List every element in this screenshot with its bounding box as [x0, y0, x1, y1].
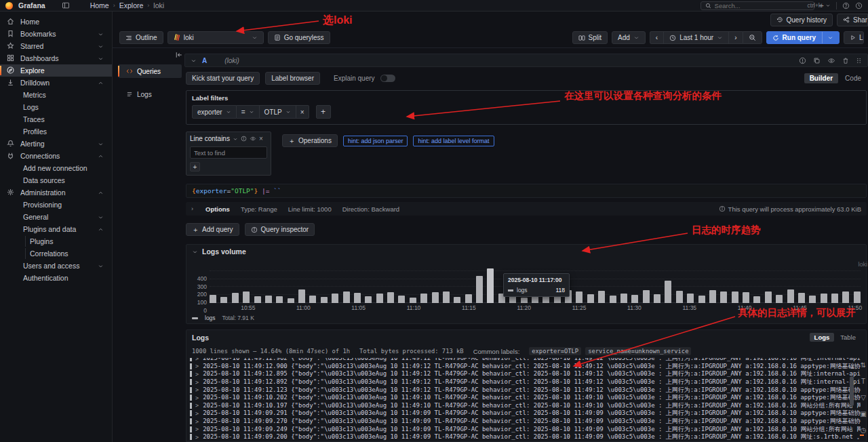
operations-button[interactable]: ＋ Operations — [282, 134, 338, 147]
scroll-to-top-icon[interactable]: ▲ — [850, 364, 855, 370]
operation-info-icon[interactable] — [241, 136, 247, 142]
time-back-button[interactable]: ‹ — [650, 31, 663, 44]
sidebar-item-home[interactable]: Home — [0, 16, 112, 28]
sidebar-item-authentication[interactable]: Authentication — [0, 272, 112, 284]
expand-log-icon[interactable]: > — [195, 371, 199, 378]
sidebar-item-general[interactable]: General — [0, 211, 112, 223]
sidebar-item-data-sources[interactable]: Data sources — [0, 174, 112, 186]
query-hint-button[interactable]: hint: add json parser — [343, 136, 408, 146]
filter-value-select[interactable]: OTLP — [260, 105, 296, 119]
query-inspector-button[interactable]: Query inspector — [245, 223, 315, 236]
view-logs[interactable]: Logs — [810, 333, 835, 342]
remove-query-icon[interactable] — [842, 57, 849, 64]
sidebar-item-users-and-access[interactable]: Users and access — [0, 260, 112, 272]
sidebar-item-metrics[interactable]: Metrics — [0, 89, 112, 101]
options-expand-icon[interactable]: › — [191, 205, 193, 212]
log-row[interactable]: >2025-08-10 11:49:09.200 {"body":"\u003c… — [189, 433, 861, 441]
sidebar-item-provisioning[interactable]: Provisioning — [0, 199, 112, 211]
outline-button[interactable]: Outline — [119, 31, 163, 44]
sidebar-item-drilldown[interactable]: Drilldown — [0, 77, 112, 89]
expand-log-icon[interactable]: > — [195, 434, 199, 441]
remove-operation-icon[interactable]: × — [259, 135, 263, 142]
text-to-find-input[interactable] — [190, 146, 267, 159]
outline-item-queries[interactable]: Queries — [118, 64, 182, 78]
sidebar-item-administration[interactable]: Administration — [0, 186, 112, 199]
expand-log-icon[interactable]: > — [195, 426, 199, 433]
expand-log-icon[interactable]: > — [195, 358, 199, 362]
query-history-button[interactable]: Query history — [770, 14, 833, 26]
log-row[interactable]: >2025-08-10 11:49:12.900 {"body":"\u003c… — [189, 363, 861, 371]
time-forward-button[interactable]: › — [728, 31, 742, 44]
log-row[interactable]: >2025-08-10 11:49:09.249 {"body":"\u003c… — [189, 425, 861, 433]
mode-builder[interactable]: Builder — [804, 73, 838, 83]
share-button[interactable]: Share — [837, 14, 868, 26]
datasource-picker[interactable]: loki — [167, 31, 264, 44]
sidebar-item-add-new-connection[interactable]: Add new connection — [0, 162, 112, 174]
sidebar-item-plugins[interactable]: Plugins — [0, 235, 112, 247]
outline-item-logs[interactable]: Logs — [118, 87, 182, 101]
expand-log-icon[interactable]: > — [195, 395, 199, 401]
log-row[interactable]: >2025-08-10 11:49:10.202 {"body":"\u003c… — [189, 394, 861, 402]
drag-handle-icon[interactable] — [856, 57, 862, 64]
breadcrumb-explore[interactable]: Explore — [119, 1, 144, 9]
sidebar-item-plugins-and-data[interactable]: Plugins and data — [0, 223, 112, 235]
news-icon[interactable] — [855, 2, 863, 9]
label-browser-button[interactable]: Label browser — [265, 72, 320, 85]
log-row[interactable]: >2025-08-10 11:49:09.291 {"body":"\u003c… — [189, 409, 861, 418]
collapse-outline-icon[interactable] — [175, 51, 183, 59]
sidebar-item-dashboards[interactable]: Dashboards — [0, 52, 112, 64]
snapshot-icon[interactable]: ▣ — [860, 410, 866, 418]
global-search[interactable]: ctrl+k — [701, 1, 814, 10]
expand-log-icon[interactable]: > — [195, 410, 199, 417]
expand-log-icon[interactable]: > — [195, 402, 199, 409]
query-row-header[interactable]: A (loki) — [184, 54, 868, 67]
run-query-button[interactable]: Run query — [766, 31, 840, 44]
add-button[interactable]: Add — [612, 31, 646, 44]
filter-operator-select[interactable]: = — [237, 105, 260, 119]
go-queryless-button[interactable]: Go queryless — [268, 31, 330, 44]
query-hint-button[interactable]: hint: add label level format — [413, 136, 494, 146]
expand-log-icon[interactable]: > — [195, 379, 199, 386]
sidebar-item-logs[interactable]: Logs — [0, 101, 112, 113]
hide-query-icon[interactable] — [827, 57, 835, 64]
search-input[interactable] — [715, 2, 804, 9]
operation-preview-icon[interactable] — [250, 136, 256, 142]
duplicate-query-icon[interactable] — [813, 57, 821, 64]
sidebar-item-starred[interactable]: Starred — [0, 40, 112, 52]
log-row[interactable]: >2025-08-10 11:49:10.197 {"body":"\u003c… — [189, 402, 861, 410]
expand-log-icon[interactable]: > — [195, 386, 199, 393]
collapse-query-icon[interactable] — [191, 58, 197, 64]
query-help-icon[interactable] — [799, 57, 806, 64]
grafana-logo-icon[interactable] — [5, 2, 13, 9]
log-row[interactable]: >2025-08-10 11:49:12.895 {"body":"\u003c… — [189, 370, 861, 378]
kick-start-button[interactable]: Kick start your query — [186, 72, 260, 85]
query-options-row[interactable]: › Options Type: Range Line limit: 1000 D… — [186, 202, 867, 216]
sidebar-item-traces[interactable]: Traces — [0, 113, 112, 125]
sort-icon[interactable]: ⇅ — [861, 361, 866, 369]
sidebar-item-explore[interactable]: Explore — [0, 64, 112, 77]
view-table[interactable]: Table — [835, 333, 861, 342]
mode-code[interactable]: Code — [840, 73, 867, 83]
explain-query-toggle[interactable] — [380, 75, 395, 82]
breadcrumb-home[interactable]: Home — [90, 1, 109, 9]
split-button[interactable]: Split — [572, 31, 608, 44]
log-row[interactable]: >2025-08-10 11:49:12.123 {"body":"\u003c… — [189, 386, 861, 394]
mega-menu-toggle-icon[interactable] — [62, 1, 70, 9]
filter-icon[interactable]: ▽ — [861, 394, 866, 401]
help-icon[interactable] — [842, 2, 850, 9]
live-button[interactable]: Live — [844, 31, 864, 44]
sidebar-item-bookmarks[interactable]: Bookmarks — [0, 28, 112, 40]
log-row[interactable]: >2025-08-10 11:49:12.892 {"body":"\u003c… — [189, 378, 861, 386]
legend-series[interactable]: logs — [205, 315, 216, 321]
zoom-out-button[interactable] — [743, 31, 762, 44]
logs-scrollbar[interactable] — [850, 376, 854, 406]
sidebar-item-correlations[interactable]: Correlations — [0, 247, 112, 260]
log-row[interactable]: >2025-08-10 11:49:09.270 {"body":"\u003c… — [189, 418, 861, 426]
add-query-button[interactable]: ＋ Add query — [186, 223, 239, 236]
new-item-button[interactable]: + — [820, 1, 831, 9]
collapse-panel-icon[interactable] — [192, 249, 198, 255]
clock-icon[interactable]: ◷ — [861, 426, 867, 434]
time-range-picker[interactable]: Last 1 hour — [663, 31, 728, 44]
add-operation-param-button[interactable]: + — [190, 162, 200, 172]
filter-label-select[interactable]: exporter — [192, 105, 237, 119]
